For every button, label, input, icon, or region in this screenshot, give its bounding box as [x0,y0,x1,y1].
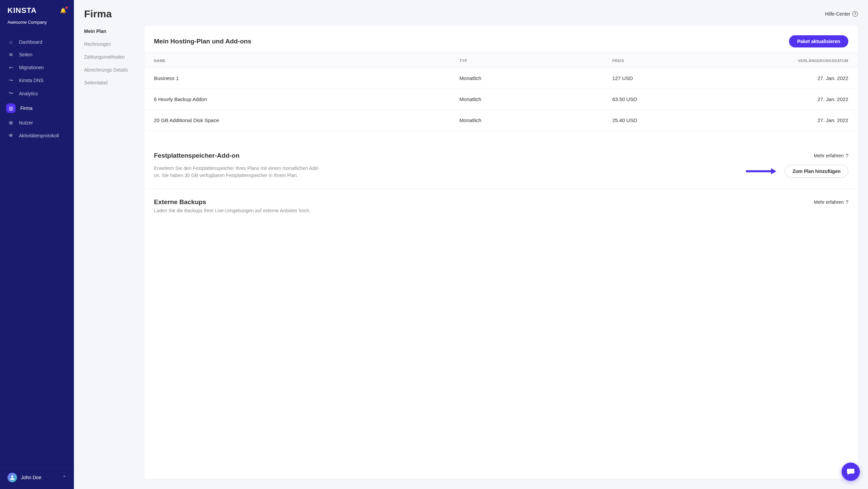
nav-label: Seiten [19,52,33,57]
cell-date: 27. Jan. 2022 [737,75,848,81]
disk-addon-title: Festplattenspeicher-Add-on [154,152,239,159]
cell-name: 6 Hourly Backup Addon [154,96,459,102]
question-icon: ? [846,199,848,205]
content-card: Mein Hosting-Plan und Add-ons Paket aktu… [144,26,858,479]
ext-backups-desc: Laden Sie die Backups Ihrer Live-Umgebun… [154,207,323,214]
help-center-link[interactable]: Hilfe-Center ? [825,11,858,17]
page-title: Firma [84,8,112,20]
table-row: Business 1Monatlich127 USD27. Jan. 2022 [144,68,858,89]
nav-label: Analytics [19,91,38,96]
nav-label: Migrationen [19,65,44,70]
question-icon: ? [852,11,858,17]
sidebar-user[interactable]: John Doe ⌃ [0,468,74,489]
col-preis: PREIS [612,59,737,63]
subnav-payment[interactable]: Zahlungsmethoden [84,54,134,60]
cell-date: 27. Jan. 2022 [737,96,848,102]
svg-point-0 [11,475,13,477]
update-plan-button[interactable]: Paket aktualisieren [789,35,848,47]
sidebar-item-dashboard[interactable]: ⌂Dashboard [0,36,74,48]
notifications-icon[interactable]: 🔔 [60,7,66,14]
nav-label: Nutzer [19,120,33,125]
table-row: 20 GB Additional Disk SpaceMonatlich25.4… [144,110,858,131]
question-icon: ? [846,153,848,158]
nav-icon: ≋ [7,52,14,58]
sidebar: KINSTA 🔔 Awesome Company ⌂Dashboard≋Seit… [0,0,74,489]
nav-label: Dashboard [19,39,42,45]
plan-table: NAME TYP PREIS VERLÄNGERUNGSDATUM Busine… [144,52,858,131]
nav-icon: ⊕ [7,120,14,126]
cell-typ: Monatlich [459,96,612,102]
sidebar-item-company[interactable]: ▥Firma [0,100,74,116]
add-disk-addon-button[interactable]: Zum Plan hinzufügen [785,165,848,178]
sidebar-item-users[interactable]: ⊕Nutzer [0,116,74,129]
nav-icon: ➳ [7,64,14,71]
cell-preis: 127 USD [612,75,737,81]
sidebar-item-dns[interactable]: ⤳Kinsta DNS [0,74,74,87]
subnav: Mein PlanRechnungenZahlungsmethodenAbrec… [84,26,134,479]
nav-icon: 〜 [7,90,14,97]
disk-addon-desc: Erweitern Sie den Festplattenspeicher Ih… [154,165,323,179]
nav-icon: ⤳ [7,77,14,83]
nav-icon: ⌂ [7,39,14,45]
user-name: John Doe [21,475,41,480]
nav-icon: ▥ [6,103,16,113]
nav-label: Firma [20,105,33,111]
cell-typ: Monatlich [459,75,612,81]
avatar [7,473,17,482]
subnav-billing[interactable]: Abrechnungs Details [84,67,134,73]
nav-label: Kinsta DNS [19,78,43,83]
nav-icon: 👁 [7,133,14,138]
ext-backups-title: Externe Backups [154,198,206,206]
ext-backups-learn-more[interactable]: Mehr erfahren ? [814,199,848,205]
col-typ: TYP [459,59,612,63]
sidebar-nav: ⌂Dashboard≋Seiten➳Migrationen⤳Kinsta DNS… [0,32,74,468]
svg-marker-2 [771,168,776,174]
plan-section-title: Mein Hosting-Plan und Add-ons [154,38,251,45]
subnav-my-plan[interactable]: Mein Plan [84,28,134,34]
cell-typ: Monatlich [459,117,612,123]
cell-date: 27. Jan. 2022 [737,117,848,123]
table-row: 6 Hourly Backup AddonMonatlich63.50 USD2… [144,89,858,110]
subnav-sitelabels[interactable]: Seitenlabel [84,80,134,85]
sidebar-item-analytics[interactable]: 〜Analytics [0,87,74,100]
cell-preis: 63.50 USD [612,96,737,102]
arrow-right-icon [745,168,776,175]
col-name: NAME [154,59,459,63]
subnav-invoices[interactable]: Rechnungen [84,41,134,47]
cell-preis: 25.40 USD [612,117,737,123]
disk-addon-learn-more[interactable]: Mehr erfahren ? [814,153,848,158]
sidebar-item-migrations[interactable]: ➳Migrationen [0,61,74,74]
nav-label: Aktivitätenprotokoll [19,133,59,138]
cell-name: Business 1 [154,75,459,81]
company-name[interactable]: Awesome Company [0,18,74,32]
sidebar-item-activity[interactable]: 👁Aktivitätenprotokoll [0,129,74,142]
col-datum: VERLÄNGERUNGSDATUM [737,59,848,63]
main: Firma Hilfe-Center ? Mein PlanRechnungen… [74,0,868,489]
chat-launcher[interactable] [842,463,860,481]
sidebar-item-sites[interactable]: ≋Seiten [0,48,74,61]
chevron-up-icon: ⌃ [62,475,66,480]
brand-logo[interactable]: KINSTA [7,6,37,15]
cell-name: 20 GB Additional Disk Space [154,117,459,123]
